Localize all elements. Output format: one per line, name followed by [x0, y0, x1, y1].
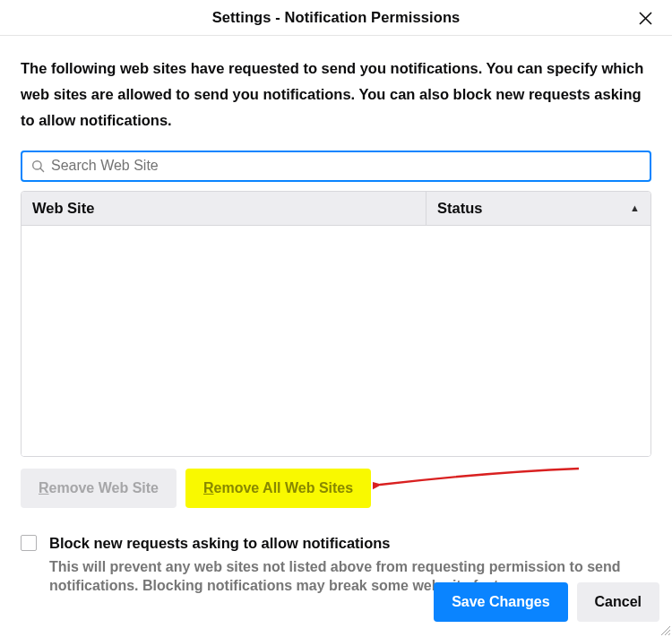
column-header-status-label: Status [437, 200, 482, 217]
search-field-wrap[interactable] [21, 151, 651, 182]
block-requests-checkbox[interactable] [21, 535, 37, 551]
search-icon [30, 158, 46, 174]
table-body [22, 226, 650, 456]
dialog-content: The following web sites have requested t… [0, 36, 672, 596]
svg-line-4 [668, 633, 670, 635]
close-button[interactable] [634, 7, 656, 29]
save-changes-button[interactable]: Save Changes [434, 582, 567, 622]
dialog-footer: Save Changes Cancel [434, 582, 659, 622]
svg-line-1 [39, 168, 43, 171]
intro-text: The following web sites have requested t… [21, 56, 651, 134]
column-header-website[interactable]: Web Site [22, 192, 426, 225]
dialog-header: Settings - Notification Permissions [0, 0, 672, 36]
search-input[interactable] [51, 158, 642, 174]
resize-grip-icon [659, 624, 671, 636]
svg-line-2 [661, 626, 670, 635]
table-header: Web Site Status ▲ [22, 192, 650, 226]
block-requests-row: Block new requests asking to allow notif… [21, 535, 651, 552]
sites-table: Web Site Status ▲ [21, 191, 651, 457]
dialog-title: Settings - Notification Permissions [212, 9, 461, 26]
block-requests-label[interactable]: Block new requests asking to allow notif… [49, 535, 391, 552]
svg-line-3 [665, 630, 670, 635]
remove-all-websites-button[interactable]: Remove All Web Sites [185, 469, 371, 508]
column-header-status[interactable]: Status ▲ [426, 192, 650, 225]
sort-ascending-icon: ▲ [630, 202, 640, 213]
remove-buttons-row: Remove Web Site Remove All Web Sites [21, 469, 651, 508]
cancel-button[interactable]: Cancel [577, 582, 659, 622]
close-icon [639, 12, 652, 25]
remove-website-button: Remove Web Site [21, 469, 177, 508]
